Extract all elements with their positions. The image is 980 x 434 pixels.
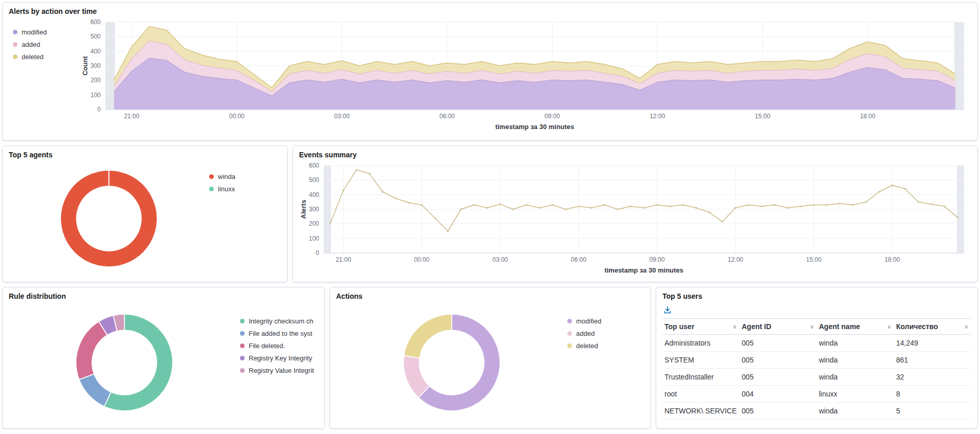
- table-cell: winda: [817, 369, 894, 386]
- table-cell: 004: [739, 386, 817, 403]
- legend-item[interactable]: linuxx: [209, 185, 281, 192]
- column-header[interactable]: Agent name∨: [817, 319, 894, 335]
- table-cell: 32: [894, 369, 971, 386]
- table-cell: winda: [817, 335, 894, 352]
- table-cell: 005: [739, 335, 817, 352]
- actions-donut-chart[interactable]: [336, 302, 567, 423]
- panel-title-events-summary: Events summary: [299, 150, 971, 159]
- legend-item[interactable]: File deleted.: [240, 342, 318, 349]
- legend-dot-icon: [567, 319, 572, 323]
- svg-text:200: 200: [309, 220, 319, 227]
- column-header[interactable]: Количество∨: [894, 319, 971, 335]
- panel-alerts-by-action: Alerts by action over time modifiedadded…: [2, 2, 978, 141]
- legend-dot-icon: [209, 187, 214, 191]
- svg-text:600: 600: [90, 19, 101, 26]
- legend-dot-icon: [240, 331, 245, 336]
- legend-dot-icon: [240, 356, 245, 360]
- svg-text:300: 300: [309, 206, 319, 213]
- legend-label: Registry Value Integrit: [249, 367, 314, 374]
- svg-text:18:00: 18:00: [884, 256, 900, 263]
- agents-donut-chart[interactable]: [9, 160, 209, 277]
- table-row: root004linuxx8: [662, 386, 971, 403]
- svg-text:timestamp за 30 minutes: timestamp за 30 minutes: [604, 266, 683, 274]
- legend-label: deleted: [576, 342, 598, 350]
- table-cell: TrustedInstaller: [662, 369, 739, 386]
- svg-text:0: 0: [97, 106, 101, 113]
- svg-text:100: 100: [90, 92, 101, 99]
- table-toolbar: [662, 302, 971, 318]
- svg-text:300: 300: [90, 62, 101, 69]
- agents-panel-body: windalinuxx: [9, 160, 281, 277]
- table-cell: 005: [739, 352, 817, 369]
- dashboard: Alerts by action over time modifiedadded…: [0, 0, 980, 434]
- legend-item[interactable]: Registry Value Integrit: [240, 367, 318, 374]
- events-line-chart[interactable]: 010020030040050060021:0000:0003:0006:000…: [299, 160, 971, 276]
- table-cell: SYSTEM: [662, 352, 739, 369]
- dashboard-row-1: Alerts by action over time modifiedadded…: [2, 2, 978, 141]
- rule-donut-chart[interactable]: [9, 302, 240, 423]
- legend-label: added: [22, 41, 40, 48]
- sort-chevron-icon: ∨: [887, 324, 891, 330]
- svg-text:12:00: 12:00: [728, 256, 743, 263]
- legend-item[interactable]: modified: [13, 28, 81, 35]
- alerts-area-chart[interactable]: 010020030040050060021:0000:0003:0006:000…: [81, 17, 971, 132]
- actions-panel-body: modifiedaddeddeleted: [336, 302, 644, 423]
- svg-text:18:00: 18:00: [860, 113, 875, 120]
- svg-text:200: 200: [90, 77, 101, 84]
- svg-text:03:00: 03:00: [492, 256, 508, 263]
- alerts-panel-body: modifiedaddeddeleted 0100200300400500600…: [9, 17, 971, 132]
- dashboard-row-2: Top 5 agents windalinuxx Events summary …: [2, 146, 978, 282]
- table-cell: 8: [894, 386, 971, 403]
- legend-item[interactable]: deleted: [13, 53, 81, 60]
- svg-text:15:00: 15:00: [806, 256, 822, 263]
- table-row: Administrators005winda14,249: [662, 335, 971, 352]
- download-button[interactable]: [662, 305, 673, 315]
- legend-item[interactable]: winda: [209, 173, 281, 180]
- rule-chart-legend: Integrity checksum chFile added to the s…: [240, 302, 318, 423]
- table-row: TrustedInstaller005winda32: [662, 369, 971, 386]
- column-header[interactable]: Agent ID∨: [739, 319, 817, 335]
- panel-rule-distribution: Rule distribution Integrity checksum chF…: [2, 287, 325, 429]
- panel-events-summary: Events summary 010020030040050060021:000…: [292, 146, 978, 282]
- legend-item[interactable]: File added to the syst: [240, 330, 318, 337]
- column-label: Agent name: [819, 322, 860, 331]
- legend-item[interactable]: added: [567, 330, 644, 337]
- legend-label: winda: [218, 173, 235, 180]
- legend-label: modified: [22, 28, 47, 36]
- svg-text:600: 600: [309, 162, 319, 169]
- svg-text:timestamp за 30 minutes: timestamp за 30 minutes: [495, 123, 575, 131]
- legend-item[interactable]: Integrity checksum ch: [240, 317, 318, 324]
- table-cell: 5: [894, 403, 971, 420]
- svg-text:0: 0: [316, 249, 319, 257]
- legend-item[interactable]: deleted: [567, 342, 644, 349]
- table-cell: root: [662, 386, 739, 403]
- legend-item[interactable]: added: [13, 41, 81, 48]
- legend-dot-icon: [240, 319, 245, 323]
- legend-item[interactable]: modified: [567, 317, 644, 324]
- column-header[interactable]: Top user∨: [662, 319, 739, 335]
- panel-title-rule-distribution: Rule distribution: [9, 292, 318, 301]
- svg-text:00:00: 00:00: [414, 256, 430, 263]
- column-label: Количество: [896, 322, 938, 331]
- sort-chevron-icon: ∨: [810, 324, 813, 330]
- svg-text:Count: Count: [81, 56, 89, 76]
- legend-dot-icon: [567, 331, 572, 336]
- legend-label: linuxx: [218, 185, 235, 193]
- legend-label: deleted: [22, 53, 44, 61]
- rule-panel-body: Integrity checksum chFile added to the s…: [9, 302, 318, 423]
- table-cell: winda: [817, 352, 894, 369]
- table-row: SYSTEM005winda861: [662, 352, 971, 369]
- table-cell: 14,249: [894, 335, 971, 352]
- table-cell: 005: [739, 369, 817, 386]
- legend-dot-icon: [240, 368, 245, 373]
- svg-text:06:00: 06:00: [439, 113, 455, 120]
- legend-item[interactable]: Registry Key Integrity: [240, 354, 318, 361]
- legend-dot-icon: [13, 30, 17, 34]
- legend-dot-icon: [240, 343, 245, 348]
- panel-title-top5-users: Top 5 users: [662, 292, 971, 301]
- sort-chevron-icon: ∨: [965, 324, 968, 330]
- actions-chart-legend: modifiedaddeddeleted: [567, 302, 644, 423]
- column-label: Top user: [664, 322, 694, 331]
- svg-text:21:00: 21:00: [124, 113, 139, 120]
- table-row: NETWORK\ SERVICE005winda5: [662, 403, 971, 420]
